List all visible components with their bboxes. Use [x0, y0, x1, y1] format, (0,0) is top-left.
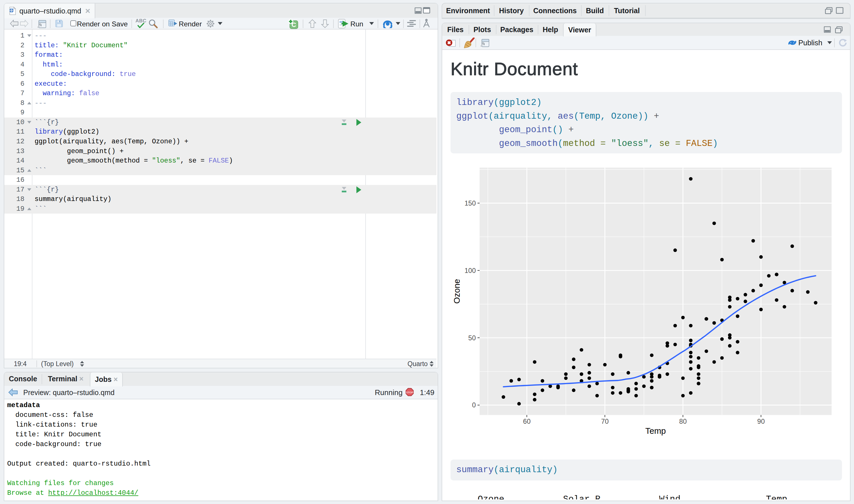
svg-text:STOP: STOP: [406, 391, 414, 394]
svg-text:150: 150: [465, 200, 476, 207]
svg-text:50: 50: [468, 334, 476, 342]
svg-text:Ozone: Ozone: [452, 279, 461, 304]
svg-text:60: 60: [523, 418, 530, 425]
svg-text:0: 0: [472, 401, 476, 409]
svg-text:90: 90: [757, 418, 765, 425]
svg-text:80: 80: [679, 418, 687, 425]
svg-text:Temp: Temp: [645, 426, 666, 435]
svg-text:70: 70: [601, 418, 609, 425]
svg-text:100: 100: [465, 267, 476, 274]
